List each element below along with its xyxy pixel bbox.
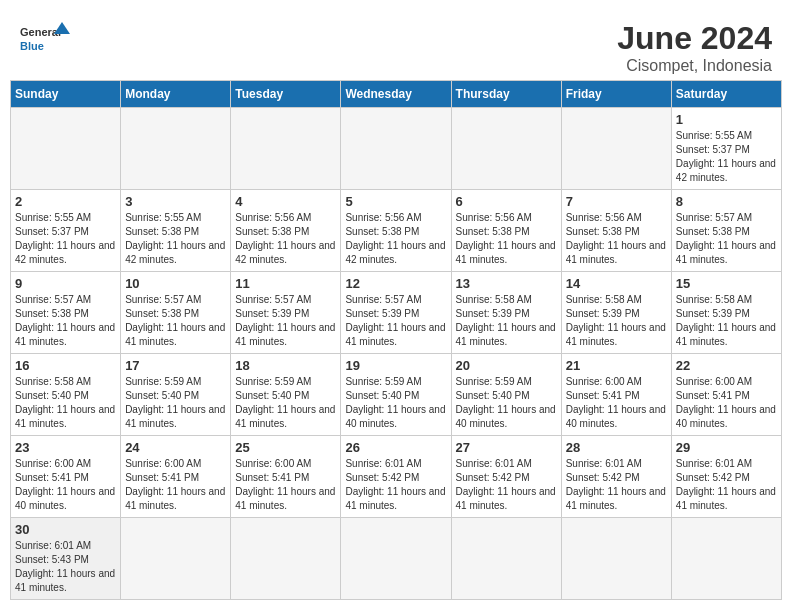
calendar-day-header: Wednesday: [341, 81, 451, 108]
day-info: Sunrise: 5:58 AM Sunset: 5:39 PM Dayligh…: [456, 293, 557, 349]
calendar-week-row: 30Sunrise: 6:01 AM Sunset: 5:43 PM Dayli…: [11, 518, 782, 600]
calendar-day-cell: 23Sunrise: 6:00 AM Sunset: 5:41 PM Dayli…: [11, 436, 121, 518]
calendar-day-cell: 24Sunrise: 6:00 AM Sunset: 5:41 PM Dayli…: [121, 436, 231, 518]
calendar-day-header: Monday: [121, 81, 231, 108]
calendar-day-cell: 6Sunrise: 5:56 AM Sunset: 5:38 PM Daylig…: [451, 190, 561, 272]
day-number: 2: [15, 194, 116, 209]
day-number: 26: [345, 440, 446, 455]
day-number: 7: [566, 194, 667, 209]
calendar-day-cell: 15Sunrise: 5:58 AM Sunset: 5:39 PM Dayli…: [671, 272, 781, 354]
calendar-day-header: Saturday: [671, 81, 781, 108]
calendar-day-cell: 13Sunrise: 5:58 AM Sunset: 5:39 PM Dayli…: [451, 272, 561, 354]
day-number: 1: [676, 112, 777, 127]
day-info: Sunrise: 5:59 AM Sunset: 5:40 PM Dayligh…: [456, 375, 557, 431]
day-info: Sunrise: 5:55 AM Sunset: 5:37 PM Dayligh…: [676, 129, 777, 185]
day-number: 24: [125, 440, 226, 455]
day-number: 30: [15, 522, 116, 537]
calendar-day-cell: [121, 108, 231, 190]
logo: General Blue: [20, 20, 70, 60]
day-number: 13: [456, 276, 557, 291]
calendar-table: SundayMondayTuesdayWednesdayThursdayFrid…: [10, 80, 782, 600]
day-number: 3: [125, 194, 226, 209]
day-number: 20: [456, 358, 557, 373]
day-info: Sunrise: 6:00 AM Sunset: 5:41 PM Dayligh…: [676, 375, 777, 431]
day-info: Sunrise: 5:57 AM Sunset: 5:38 PM Dayligh…: [15, 293, 116, 349]
day-info: Sunrise: 6:01 AM Sunset: 5:42 PM Dayligh…: [566, 457, 667, 513]
day-number: 6: [456, 194, 557, 209]
calendar-week-row: 9Sunrise: 5:57 AM Sunset: 5:38 PM Daylig…: [11, 272, 782, 354]
day-number: 10: [125, 276, 226, 291]
day-info: Sunrise: 5:56 AM Sunset: 5:38 PM Dayligh…: [235, 211, 336, 267]
day-info: Sunrise: 6:01 AM Sunset: 5:42 PM Dayligh…: [345, 457, 446, 513]
calendar-day-cell: 11Sunrise: 5:57 AM Sunset: 5:39 PM Dayli…: [231, 272, 341, 354]
calendar-week-row: 2Sunrise: 5:55 AM Sunset: 5:37 PM Daylig…: [11, 190, 782, 272]
day-number: 12: [345, 276, 446, 291]
calendar-header-row: SundayMondayTuesdayWednesdayThursdayFrid…: [11, 81, 782, 108]
calendar-day-cell: 4Sunrise: 5:56 AM Sunset: 5:38 PM Daylig…: [231, 190, 341, 272]
day-info: Sunrise: 5:59 AM Sunset: 5:40 PM Dayligh…: [345, 375, 446, 431]
day-info: Sunrise: 5:55 AM Sunset: 5:37 PM Dayligh…: [15, 211, 116, 267]
calendar-day-cell: 8Sunrise: 5:57 AM Sunset: 5:38 PM Daylig…: [671, 190, 781, 272]
calendar-day-cell: 14Sunrise: 5:58 AM Sunset: 5:39 PM Dayli…: [561, 272, 671, 354]
calendar-week-row: 23Sunrise: 6:00 AM Sunset: 5:41 PM Dayli…: [11, 436, 782, 518]
calendar-day-cell: 17Sunrise: 5:59 AM Sunset: 5:40 PM Dayli…: [121, 354, 231, 436]
calendar-day-cell: 12Sunrise: 5:57 AM Sunset: 5:39 PM Dayli…: [341, 272, 451, 354]
day-info: Sunrise: 6:01 AM Sunset: 5:42 PM Dayligh…: [676, 457, 777, 513]
day-number: 18: [235, 358, 336, 373]
day-number: 8: [676, 194, 777, 209]
day-number: 28: [566, 440, 667, 455]
title-area: June 2024 Cisompet, Indonesia: [617, 20, 772, 75]
day-info: Sunrise: 5:59 AM Sunset: 5:40 PM Dayligh…: [235, 375, 336, 431]
day-number: 5: [345, 194, 446, 209]
calendar-day-cell: 10Sunrise: 5:57 AM Sunset: 5:38 PM Dayli…: [121, 272, 231, 354]
day-info: Sunrise: 5:58 AM Sunset: 5:39 PM Dayligh…: [566, 293, 667, 349]
calendar-day-header: Sunday: [11, 81, 121, 108]
calendar-day-cell: [11, 108, 121, 190]
day-number: 23: [15, 440, 116, 455]
day-info: Sunrise: 5:56 AM Sunset: 5:38 PM Dayligh…: [566, 211, 667, 267]
day-number: 21: [566, 358, 667, 373]
day-info: Sunrise: 6:01 AM Sunset: 5:42 PM Dayligh…: [456, 457, 557, 513]
day-info: Sunrise: 5:58 AM Sunset: 5:40 PM Dayligh…: [15, 375, 116, 431]
calendar-day-cell: 22Sunrise: 6:00 AM Sunset: 5:41 PM Dayli…: [671, 354, 781, 436]
calendar-day-cell: 16Sunrise: 5:58 AM Sunset: 5:40 PM Dayli…: [11, 354, 121, 436]
day-info: Sunrise: 5:57 AM Sunset: 5:38 PM Dayligh…: [125, 293, 226, 349]
calendar-day-cell: 18Sunrise: 5:59 AM Sunset: 5:40 PM Dayli…: [231, 354, 341, 436]
calendar-day-cell: [561, 518, 671, 600]
day-info: Sunrise: 6:00 AM Sunset: 5:41 PM Dayligh…: [566, 375, 667, 431]
calendar-day-cell: 25Sunrise: 6:00 AM Sunset: 5:41 PM Dayli…: [231, 436, 341, 518]
calendar-day-cell: [561, 108, 671, 190]
day-info: Sunrise: 5:59 AM Sunset: 5:40 PM Dayligh…: [125, 375, 226, 431]
day-number: 11: [235, 276, 336, 291]
day-number: 19: [345, 358, 446, 373]
calendar-day-header: Tuesday: [231, 81, 341, 108]
calendar-week-row: 1Sunrise: 5:55 AM Sunset: 5:37 PM Daylig…: [11, 108, 782, 190]
calendar-day-cell: [231, 518, 341, 600]
calendar-day-cell: [671, 518, 781, 600]
calendar-day-cell: [451, 518, 561, 600]
day-info: Sunrise: 6:00 AM Sunset: 5:41 PM Dayligh…: [235, 457, 336, 513]
calendar-day-cell: [451, 108, 561, 190]
day-info: Sunrise: 6:00 AM Sunset: 5:41 PM Dayligh…: [125, 457, 226, 513]
calendar-day-cell: 21Sunrise: 6:00 AM Sunset: 5:41 PM Dayli…: [561, 354, 671, 436]
day-number: 16: [15, 358, 116, 373]
day-info: Sunrise: 5:56 AM Sunset: 5:38 PM Dayligh…: [345, 211, 446, 267]
day-number: 14: [566, 276, 667, 291]
day-number: 4: [235, 194, 336, 209]
calendar-day-cell: 28Sunrise: 6:01 AM Sunset: 5:42 PM Dayli…: [561, 436, 671, 518]
calendar-day-cell: 30Sunrise: 6:01 AM Sunset: 5:43 PM Dayli…: [11, 518, 121, 600]
calendar-day-cell: 2Sunrise: 5:55 AM Sunset: 5:37 PM Daylig…: [11, 190, 121, 272]
day-info: Sunrise: 5:57 AM Sunset: 5:38 PM Dayligh…: [676, 211, 777, 267]
header: General Blue June 2024 Cisompet, Indones…: [10, 10, 782, 80]
day-number: 9: [15, 276, 116, 291]
calendar-day-header: Friday: [561, 81, 671, 108]
svg-text:Blue: Blue: [20, 40, 44, 52]
calendar-day-cell: [341, 518, 451, 600]
day-info: Sunrise: 5:57 AM Sunset: 5:39 PM Dayligh…: [345, 293, 446, 349]
calendar-day-cell: 5Sunrise: 5:56 AM Sunset: 5:38 PM Daylig…: [341, 190, 451, 272]
day-number: 25: [235, 440, 336, 455]
day-number: 15: [676, 276, 777, 291]
month-title: June 2024: [617, 20, 772, 57]
calendar-day-cell: 26Sunrise: 6:01 AM Sunset: 5:42 PM Dayli…: [341, 436, 451, 518]
calendar-day-cell: 27Sunrise: 6:01 AM Sunset: 5:42 PM Dayli…: [451, 436, 561, 518]
